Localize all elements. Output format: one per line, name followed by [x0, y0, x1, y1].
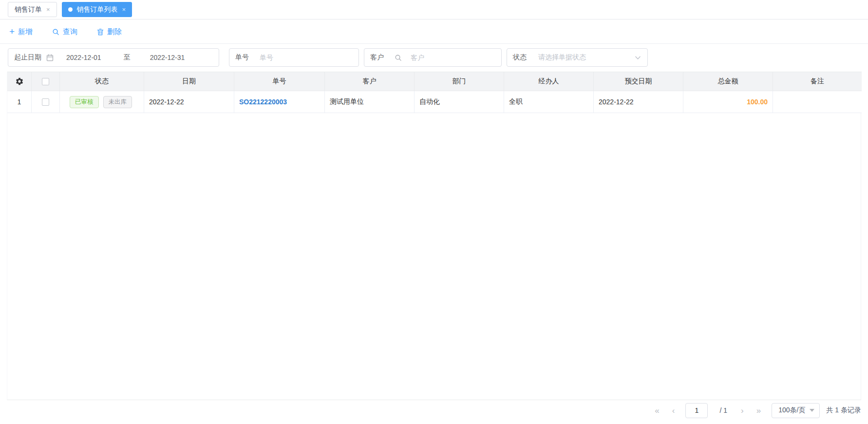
row-checkbox[interactable]	[42, 98, 49, 106]
column-header-total-amount: 总金额	[683, 72, 773, 91]
page-size-select[interactable]: 100条/页	[772, 403, 820, 418]
status-tag-not-shipped: 未出库	[103, 96, 132, 108]
delete-button-label: 删除	[107, 27, 122, 37]
tab-sales-order[interactable]: 销售订单 ×	[8, 2, 57, 17]
order-no-input[interactable]	[260, 54, 353, 61]
end-date-value[interactable]: 2022-12-31	[150, 54, 185, 61]
filter-bar: 起止日期 2022-12-01 至 2022-12-31 单号 客户 状态 请选…	[0, 44, 868, 71]
status-cell: 已审核 未出库	[60, 91, 144, 113]
chevron-down-icon	[634, 54, 642, 61]
search-icon	[52, 28, 59, 36]
delete-button[interactable]: 删除	[97, 27, 122, 37]
customer-filter: 客户	[364, 48, 502, 67]
status-placeholder: 请选择单据状态	[538, 53, 634, 62]
status-label: 状态	[513, 53, 527, 62]
toolbar: + 新增 查询 删除	[0, 20, 868, 44]
search-icon	[395, 54, 402, 61]
tab-bar: 销售订单 × 销售订单列表 ×	[0, 0, 868, 19]
column-header-customer: 客户	[325, 72, 415, 91]
tab-label: 销售订单	[15, 5, 42, 14]
first-page-button[interactable]: «	[653, 406, 661, 415]
remark-cell	[773, 91, 862, 113]
column-header-operator: 经办人	[504, 72, 594, 91]
row-checkbox-cell	[32, 91, 60, 113]
page-number-input[interactable]	[685, 403, 708, 418]
column-header-remark: 备注	[773, 72, 862, 91]
delivery-date-cell: 2022-12-22	[594, 91, 683, 113]
calendar-icon	[46, 54, 54, 61]
add-button[interactable]: + 新增	[9, 27, 33, 37]
tab-sales-order-list[interactable]: 销售订单列表 ×	[62, 2, 132, 17]
date-cell: 2022-12-22	[144, 91, 234, 113]
total-pages-label: / 1	[719, 406, 727, 414]
column-header-status: 状态	[60, 72, 144, 91]
customer-input[interactable]	[411, 54, 495, 61]
column-header-delivery-date: 预交日期	[594, 72, 683, 91]
customer-cell: 测试用单位	[325, 91, 415, 113]
column-header-department: 部门	[415, 72, 504, 91]
date-range-filter[interactable]: 起止日期 2022-12-01 至 2022-12-31	[8, 48, 219, 67]
page-size-value: 100条/页	[778, 406, 805, 415]
total-amount-value: 100.00	[747, 98, 768, 106]
order-no-cell: SO2212220003	[234, 91, 325, 113]
total-amount-cell: 100.00	[683, 91, 773, 113]
customer-label: 客户	[370, 53, 384, 62]
table-row: 1 已审核 未出库 2022-12-22 SO2212220003 测试用单位 …	[7, 91, 861, 113]
close-icon[interactable]: ×	[122, 6, 126, 13]
start-date-value[interactable]: 2022-12-01	[66, 54, 101, 61]
order-no-label: 单号	[235, 53, 249, 62]
caret-down-icon	[810, 409, 814, 412]
plus-icon: +	[9, 27, 15, 36]
pagination-bar: « ‹ / 1 › » 100条/页 共 1 条记录	[653, 401, 861, 420]
close-icon[interactable]: ×	[46, 6, 50, 13]
next-page-button[interactable]: ›	[739, 406, 746, 415]
prev-page-button[interactable]: ‹	[670, 406, 677, 415]
order-no-link[interactable]: SO2212220003	[239, 98, 287, 106]
table-header-row: 状态 日期 单号 客户 部门 经办人 预交日期 总金额 备注	[7, 72, 861, 91]
add-button-label: 新增	[18, 27, 33, 37]
query-button[interactable]: 查询	[52, 27, 77, 37]
status-filter-select[interactable]: 状态 请选择单据状态	[507, 48, 648, 67]
column-header-order-no: 单号	[234, 72, 325, 91]
tab-label: 销售订单列表	[77, 5, 118, 14]
date-range-separator: 至	[124, 53, 131, 62]
total-records-label: 共 1 条记录	[826, 406, 861, 415]
sales-order-list-page: 销售订单 × 销售订单列表 × + 新增 查询 删除 起	[0, 0, 868, 424]
orders-table: 状态 日期 单号 客户 部门 经办人 预交日期 总金额 备注 1 已审核 未出库…	[7, 72, 861, 400]
date-range-label: 起止日期	[14, 53, 41, 62]
active-tab-dot-icon	[68, 7, 73, 12]
select-all-cell	[32, 72, 60, 91]
query-button-label: 查询	[63, 27, 77, 37]
department-cell: 自动化	[415, 91, 504, 113]
trash-icon	[97, 28, 104, 36]
operator-cell: 全职	[504, 91, 594, 113]
column-header-date: 日期	[144, 72, 234, 91]
gear-icon[interactable]	[15, 77, 24, 86]
select-all-checkbox[interactable]	[42, 78, 49, 85]
order-no-filter: 单号	[229, 48, 359, 67]
column-settings-cell	[7, 72, 32, 91]
row-index: 1	[7, 91, 32, 113]
last-page-button[interactable]: »	[755, 406, 763, 415]
status-tag-approved: 已审核	[70, 96, 99, 108]
